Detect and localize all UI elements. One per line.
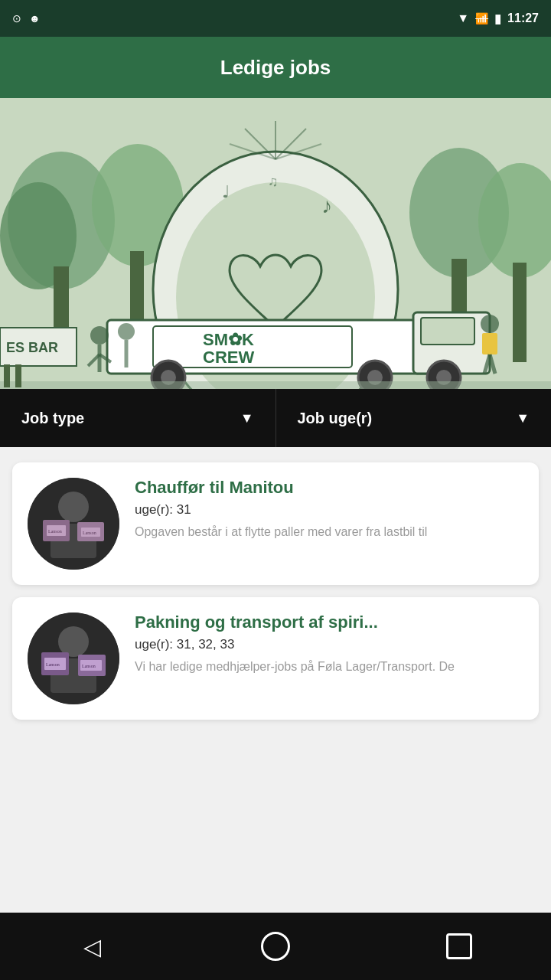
job-card-2[interactable]: Lanson Lanson Pakning og transport af sp… bbox=[12, 597, 539, 720]
job-type-filter[interactable]: Job type ▼ bbox=[0, 389, 276, 447]
job-avatar-2: Lanson Lanson bbox=[28, 612, 119, 704]
job-week-filter[interactable]: Job uge(r) ▼ bbox=[276, 389, 552, 447]
svg-point-48 bbox=[58, 492, 89, 522]
android-icon: ⊙ bbox=[12, 12, 21, 24]
job-week-label: Job uge(r) bbox=[298, 410, 373, 427]
time-display: 11:27 bbox=[507, 11, 539, 25]
page-title: Ledige jobs bbox=[220, 56, 331, 80]
svg-point-37 bbox=[118, 323, 135, 340]
svg-rect-9 bbox=[513, 263, 527, 362]
job-type-label: Job type bbox=[21, 410, 84, 427]
job-info-1: Chauffør til Manitou uge(r): 31 Opgaven … bbox=[135, 478, 523, 541]
job-avatar-1: Lanson Lanson bbox=[28, 478, 119, 570]
svg-point-39 bbox=[481, 315, 499, 333]
job-title-2: Pakning og transport af spiri... bbox=[135, 612, 523, 632]
job-info-2: Pakning og transport af spiri... uge(r):… bbox=[135, 612, 523, 675]
app-header: Ledige jobs bbox=[0, 37, 551, 98]
back-icon: ◁ bbox=[83, 933, 101, 960]
home-icon bbox=[261, 932, 290, 961]
svg-text:Lanson: Lanson bbox=[83, 531, 96, 535]
svg-text:SM✿K: SM✿K bbox=[203, 330, 254, 349]
svg-text:CREW: CREW bbox=[203, 348, 254, 367]
job-weeks-2: uge(r): 31, 32, 33 bbox=[135, 637, 523, 652]
svg-text:ES BAR: ES BAR bbox=[6, 340, 58, 355]
app-icon: ☻ bbox=[29, 12, 41, 24]
svg-text:♫: ♫ bbox=[268, 174, 279, 189]
job-type-arrow-icon: ▼ bbox=[240, 410, 254, 426]
svg-rect-32 bbox=[0, 381, 551, 389]
job-card-1[interactable]: Lanson Lanson Chauffør til Manitou uge(r… bbox=[12, 462, 539, 585]
svg-rect-40 bbox=[482, 333, 497, 354]
job-desc-2: Vi har ledige medhjælper-jobs på Føla La… bbox=[135, 658, 523, 675]
job-title-1: Chauffør til Manitou bbox=[135, 478, 523, 498]
recents-icon bbox=[446, 933, 472, 959]
svg-text:Lanson: Lanson bbox=[48, 529, 62, 534]
filter-bar: Job type ▼ Job uge(r) ▼ bbox=[0, 389, 551, 447]
svg-rect-46 bbox=[15, 364, 21, 387]
status-left: ⊙ ☻ bbox=[12, 12, 41, 24]
bottom-nav: ◁ bbox=[0, 913, 551, 980]
job-weeks-1: uge(r): 31 bbox=[135, 502, 523, 518]
wifi-icon: ▼ bbox=[457, 11, 469, 25]
svg-rect-22 bbox=[421, 318, 474, 345]
svg-text:Lanson: Lanson bbox=[46, 662, 60, 667]
svg-text:Lanson: Lanson bbox=[82, 664, 96, 668]
job-list: Lanson Lanson Chauffør til Manitou uge(r… bbox=[0, 447, 551, 804]
banner-svg: ♪ ♩ ♫ SM✿K CREW bbox=[0, 98, 551, 389]
svg-rect-45 bbox=[4, 364, 10, 387]
banner-image: ♪ ♩ ♫ SM✿K CREW bbox=[0, 98, 551, 389]
battery-icon: ▮ bbox=[494, 11, 501, 26]
nav-recents-button[interactable] bbox=[429, 916, 490, 977]
status-bar: ⊙ ☻ ▼ 📶 ▮ 11:27 bbox=[0, 0, 551, 37]
job-week-arrow-icon: ▼ bbox=[516, 410, 530, 426]
job-desc-1: Opgaven består i at flytte paller med va… bbox=[135, 524, 523, 541]
status-right: ▼ 📶 ▮ 11:27 bbox=[457, 11, 539, 26]
svg-text:♪: ♪ bbox=[321, 194, 332, 217]
nav-back-button[interactable]: ◁ bbox=[61, 916, 122, 977]
svg-text:♩: ♩ bbox=[222, 182, 230, 201]
nav-home-button[interactable] bbox=[245, 916, 306, 977]
signal-icon: 📶 bbox=[475, 12, 488, 24]
svg-point-33 bbox=[90, 326, 109, 345]
